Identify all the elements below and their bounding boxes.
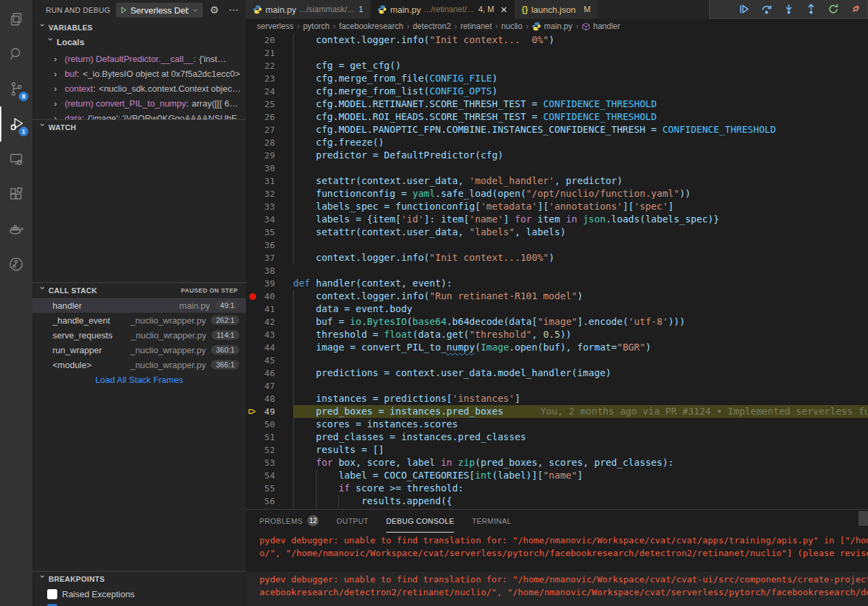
- code-line-text[interactable]: pred_classes = instances.pred_classes: [293, 431, 868, 444]
- gutter-glyph[interactable]: [246, 136, 259, 149]
- gutter-glyph[interactable]: [246, 444, 259, 456]
- callstack-frame[interactable]: _handle_event_nuclio_wrapper.py262:1: [32, 313, 246, 328]
- step-over-button[interactable]: [760, 3, 772, 16]
- code-line-text[interactable]: [293, 47, 868, 59]
- call-stack-section-header[interactable]: › CALL STACK PAUSED ON STEP: [32, 283, 246, 298]
- code-line-text[interactable]: predictions = context.user_data.model_ha…: [293, 367, 868, 380]
- gutter-glyph[interactable]: [246, 392, 259, 405]
- gutter-glyph[interactable]: [246, 380, 259, 392]
- gutter-glyph[interactable]: [246, 47, 259, 59]
- variable-row[interactable]: ›data:{'image': 'iVBORw0KGgoAAAANSUhE…: [32, 111, 246, 119]
- gutter-glyph[interactable]: [246, 59, 259, 72]
- variable-row[interactable]: ›(return) convert_PIL_to_numpy:array([[[…: [32, 96, 246, 111]
- scope-locals[interactable]: › Locals: [32, 35, 246, 49]
- code-line-text[interactable]: context.logger.info("Init context... 0%"…: [293, 34, 868, 47]
- code-line-text[interactable]: results = []: [293, 444, 868, 456]
- code-line-text[interactable]: data = event.body: [293, 303, 868, 315]
- variable-row[interactable]: ›buf:<_io.BytesIO object at 0x7f5a2dc1ec…: [32, 66, 246, 81]
- variables-section-header[interactable]: › VARIABLES: [32, 20, 246, 35]
- code-line-text[interactable]: predictor = DefaultPredictor(cfg): [293, 149, 868, 162]
- code-line-text[interactable]: functionconfig = yaml.safe_load(open("/o…: [293, 187, 868, 200]
- gutter-glyph[interactable]: [246, 341, 259, 354]
- breadcrumb-item[interactable]: main.py: [532, 22, 572, 31]
- gear-icon[interactable]: ⚙: [208, 4, 221, 16]
- code-line-text[interactable]: cfg.MODEL.RETINANET.SCORE_THRESH_TEST = …: [293, 98, 868, 111]
- gutter-glyph[interactable]: [246, 111, 259, 123]
- gutter-glyph[interactable]: [246, 431, 259, 444]
- code-line-text[interactable]: cfg.freeze(): [293, 136, 868, 149]
- gutter-glyph[interactable]: [246, 149, 259, 162]
- step-into-button[interactable]: [782, 3, 795, 16]
- panel-tab-problems[interactable]: PROBLEMS12: [259, 510, 319, 533]
- code-line-text[interactable]: [293, 264, 868, 277]
- panel-tab-terminal[interactable]: TERMINAL: [472, 510, 512, 533]
- search-icon[interactable]: [0, 36, 32, 71]
- tab-main.py[interactable]: main.py.../retinanet/...4, M✕: [371, 0, 514, 19]
- gutter-glyph[interactable]: [246, 85, 259, 98]
- code-line-text[interactable]: image = convert_PIL_to_numpy(Image.open(…: [293, 341, 868, 354]
- code-line-text[interactable]: buf = io.BytesIO(base64.b64decode(data["…: [293, 315, 868, 328]
- panel-tab-output[interactable]: OUTPUT: [336, 510, 369, 533]
- breadcrumb-item[interactable]: retinanet: [460, 22, 492, 31]
- panel-tab-debug-console[interactable]: DEBUG CONSOLE: [386, 510, 454, 533]
- gutter-glyph[interactable]: [246, 226, 259, 239]
- gutter-glyph[interactable]: [246, 98, 259, 111]
- code-line-text[interactable]: cfg.merge_from_list(CONFIG_OPTS): [293, 85, 868, 98]
- breakpoint-row[interactable]: Uncaught Exceptions: [32, 601, 246, 606]
- breadcrumb-item[interactable]: facebookresearch: [339, 22, 403, 31]
- code-line-text[interactable]: setattr(context.user_data, 'model_handle…: [293, 175, 868, 187]
- code-line-text[interactable]: label = COCO_CATEGORIES[int(label)]["nam…: [293, 469, 868, 482]
- code-line-text[interactable]: def handler(context, event):: [293, 277, 868, 290]
- code-line-text[interactable]: [293, 380, 868, 392]
- gutter-glyph[interactable]: [246, 303, 259, 315]
- gutter-glyph[interactable]: [246, 328, 259, 341]
- gutter-glyph[interactable]: [246, 200, 259, 213]
- code-line-text[interactable]: labels_spec = functionconfig['metadata']…: [293, 200, 868, 213]
- code-line-text[interactable]: setattr(context.user_data, "labels", lab…: [293, 226, 868, 239]
- code-line-text[interactable]: context.logger.info("Init context...100%…: [293, 251, 868, 264]
- gutter-glyph[interactable]: [246, 162, 259, 175]
- step-out-button[interactable]: [805, 3, 817, 16]
- source-control-icon[interactable]: 8: [0, 71, 32, 107]
- checkbox-unchecked[interactable]: [47, 589, 57, 599]
- code-line-text[interactable]: [293, 239, 868, 251]
- load-all-stack-frames-link[interactable]: Load All Stack Frames: [32, 375, 246, 385]
- gutter-glyph[interactable]: [246, 495, 259, 508]
- extensions-icon[interactable]: [0, 177, 32, 212]
- callstack-frame[interactable]: <module>_nuclio_wrapper.py366:1: [32, 357, 246, 372]
- gutter-glyph[interactable]: [246, 34, 259, 47]
- panel-scrollbar[interactable]: [859, 511, 868, 526]
- gutter-glyph[interactable]: [246, 213, 259, 226]
- code-line-text[interactable]: if score >= threshold:: [293, 482, 868, 495]
- breadcrumb-item[interactable]: serverless: [257, 22, 294, 31]
- code-line-text[interactable]: cfg.merge_from_file(CONFIG_FILE): [293, 72, 868, 85]
- code-line-text[interactable]: cfg.MODEL.PANOPTIC_FPN.COMBINE.INSTANCES…: [293, 123, 868, 136]
- code-line-text[interactable]: results.append({: [293, 495, 868, 508]
- breakpoints-section-header[interactable]: › BREAKPOINTS: [32, 572, 246, 586]
- gutter-glyph[interactable]: [246, 123, 259, 136]
- code-line-text[interactable]: cfg = get_cfg(): [293, 59, 868, 72]
- code-line-text[interactable]: threshold = float(data.get("threshold", …: [293, 328, 868, 341]
- launch-config-dropdown[interactable]: Serverless Debu: [116, 3, 203, 18]
- watch-section-header[interactable]: › WATCH: [32, 120, 246, 135]
- more-actions-icon[interactable]: ⋯: [226, 4, 241, 16]
- checkbox-checked[interactable]: [47, 604, 57, 606]
- gutter-glyph[interactable]: [246, 277, 259, 290]
- code-line-text[interactable]: [293, 354, 868, 367]
- code-line-text[interactable]: pred_boxes = instances.pred_boxesYou, 2 …: [293, 405, 868, 418]
- current-line-glyph[interactable]: [246, 405, 259, 418]
- gutter-glyph[interactable]: [246, 239, 259, 251]
- gutter-glyph[interactable]: [246, 482, 259, 495]
- breadcrumb-item[interactable]: handler: [582, 22, 620, 31]
- gutter-glyph[interactable]: [246, 264, 259, 277]
- remote-explorer-icon[interactable]: [0, 142, 32, 177]
- breakpoint-row[interactable]: Raised Exceptions: [32, 586, 246, 601]
- gutter-glyph[interactable]: [246, 367, 259, 380]
- toolbar-drag-handle[interactable]: [716, 3, 728, 16]
- breakpoint-glyph[interactable]: [246, 290, 259, 303]
- disconnect-button[interactable]: [849, 3, 861, 16]
- continue-button[interactable]: [738, 3, 750, 16]
- gutter-glyph[interactable]: [246, 469, 259, 482]
- gutter-glyph[interactable]: [246, 175, 259, 187]
- code-line-text[interactable]: labels = {item['id']: item['name'] for i…: [293, 213, 868, 226]
